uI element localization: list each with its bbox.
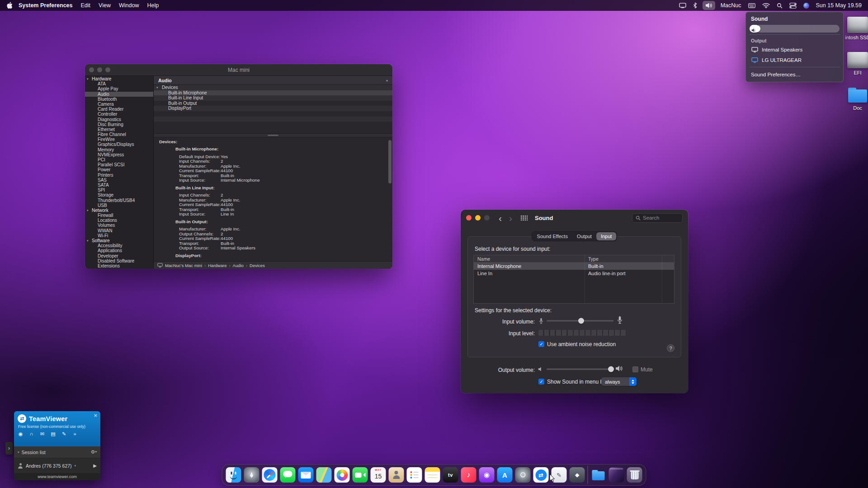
volume-icon[interactable]	[703, 1, 715, 10]
sidebar-item[interactable]: Parallel SCSI	[85, 162, 153, 167]
connect-arrow-icon[interactable]: ▶	[93, 463, 97, 468]
forward-button[interactable]: ›	[509, 213, 512, 223]
sidebar-item[interactable]: Apple Pay	[85, 86, 153, 91]
sidebar-item[interactable]: Volumes	[85, 223, 153, 228]
device-tree-row[interactable]: Devices	[154, 85, 392, 90]
show-all-grid-icon[interactable]	[520, 215, 528, 221]
sound-preferences-item[interactable]: Sound Preferences…	[748, 69, 841, 80]
window-titlebar[interactable]: ‹ › Sound Search	[461, 210, 688, 226]
sidebar-item[interactable]: Controller	[85, 112, 153, 117]
sidebar-item[interactable]: Firewall	[85, 213, 153, 218]
tab-sound-effects[interactable]: Sound Effects	[533, 232, 572, 240]
audio-section-header[interactable]: Audio ▴	[154, 76, 392, 85]
sidebar-item[interactable]: Accessibility	[85, 243, 153, 248]
sidebar-item[interactable]: PCI	[85, 157, 153, 162]
scrollbar-thumb[interactable]	[388, 140, 392, 183]
sidebar-item[interactable]: Storage	[85, 192, 153, 197]
sidebar-item[interactable]: Developer	[85, 253, 153, 258]
slider-thumb[interactable]	[578, 318, 584, 324]
menu-bar-clock[interactable]: Sun 15 May 19.59	[816, 2, 862, 9]
sidebar-item[interactable]: SPI	[85, 188, 153, 192]
sidebar-item[interactable]: Fibre Channel	[85, 132, 153, 137]
sidebar-item[interactable]: SAS	[85, 178, 153, 183]
teamviewer-icon[interactable]: ⇄	[533, 467, 549, 483]
output-internal-speakers[interactable]: Internal Speakers	[748, 44, 841, 55]
sidebar-item[interactable]: Network	[85, 208, 153, 213]
bluetooth-icon[interactable]	[693, 2, 697, 9]
close-button[interactable]	[466, 215, 472, 221]
output-lg-ultragear[interactable]: LG ULTRAGEAR	[748, 55, 841, 65]
sidebar-item[interactable]: Printers	[85, 173, 153, 178]
sidebar-item[interactable]: Extensions	[85, 263, 153, 268]
slider-thumb[interactable]	[608, 366, 614, 372]
help-button[interactable]: ?	[667, 344, 675, 352]
podcasts-icon[interactable]: ◉	[479, 467, 495, 483]
pane-splitter[interactable]	[154, 133, 392, 137]
output-volume-slider[interactable]	[547, 366, 613, 373]
tab-input[interactable]: Input	[596, 232, 616, 240]
collapse-chevron-icon[interactable]: ▴	[386, 78, 388, 82]
sidebar-item[interactable]: Locations	[85, 218, 153, 223]
messages-icon[interactable]	[280, 467, 296, 483]
screen-mirroring-icon[interactable]	[679, 3, 686, 8]
breadcrumb-item[interactable]: Devices	[244, 263, 265, 268]
wifi-icon[interactable]	[762, 3, 770, 8]
facetime-icon[interactable]	[353, 467, 368, 483]
sidebar-item[interactable]: Ethernet	[85, 127, 153, 132]
menu-system-preferences[interactable]: System Preferences	[14, 2, 77, 9]
zoom-button[interactable]	[484, 215, 490, 221]
device-tree-row[interactable]: Built-in Line Input	[154, 95, 392, 101]
sidebar-item[interactable]: Applications	[85, 248, 153, 253]
more-icon[interactable]: »	[72, 431, 78, 437]
menu-bar-frequency-dropdown[interactable]: always	[601, 377, 637, 386]
sidebar-item[interactable]: Disc Burning	[85, 122, 153, 127]
show-sound-menu-bar-checkbox[interactable]	[538, 379, 544, 385]
device-tree-row[interactable]: DisplayPort	[154, 106, 392, 111]
mail-icon[interactable]	[298, 467, 314, 483]
desktop-icon-macintosh-ssd[interactable]: intosh SSD	[840, 17, 868, 40]
siri-icon[interactable]	[803, 3, 809, 9]
device-tree-row[interactable]	[154, 117, 392, 122]
traffic-light-buttons[interactable]	[466, 215, 493, 221]
spotlight-icon[interactable]	[777, 3, 783, 9]
reminders-icon[interactable]	[407, 467, 422, 483]
app-icon[interactable]: ◆	[570, 467, 585, 483]
chat-icon[interactable]: ✉	[39, 431, 45, 437]
device-row-internal-microphone[interactable]: Internal MicrophoneBuilt-in	[474, 263, 674, 270]
menu-extra-macnuc[interactable]: MacNuc	[721, 2, 741, 9]
sidebar-item[interactable]: Camera	[85, 102, 153, 107]
teamviewer-website-link[interactable]: www.teamviewer.com	[14, 473, 100, 480]
menu-edit[interactable]: Edit	[77, 2, 95, 9]
safari-icon[interactable]	[262, 467, 278, 483]
contacts-icon[interactable]	[389, 467, 404, 483]
headset-icon[interactable]: ∩	[28, 431, 34, 437]
minimize-button[interactable]	[475, 215, 481, 221]
breadcrumb-item[interactable]: Audio	[226, 263, 243, 268]
menu-window[interactable]: Window	[115, 2, 143, 9]
video-call-icon[interactable]: ◉	[18, 431, 24, 437]
minimized-window-thumbnail[interactable]	[609, 467, 624, 483]
whiteboard-icon[interactable]: ✎	[61, 431, 67, 437]
control-center-icon[interactable]	[789, 3, 797, 9]
input-volume-slider[interactable]	[547, 317, 613, 324]
sidebar-item[interactable]: Disabled Software	[85, 258, 153, 263]
sidebar-item[interactable]: WWAN	[85, 228, 153, 233]
teamviewer-collapse-tab[interactable]: ›	[5, 442, 13, 455]
window-titlebar[interactable]: Mac mini	[85, 64, 392, 76]
volume-slider[interactable]	[750, 25, 840, 33]
trash-icon[interactable]	[627, 467, 642, 483]
sidebar-item[interactable]: FireWire	[85, 137, 153, 142]
session-list-header[interactable]: ▾ Session list ⚙▾	[14, 446, 100, 458]
finder-icon[interactable]	[226, 467, 241, 483]
menu-help[interactable]: Help	[143, 2, 163, 9]
sidebar-item[interactable]: Memory	[85, 147, 153, 152]
session-user-row[interactable]: Andres (776 375 627) ▾ ▶	[14, 458, 100, 473]
apple-menu-icon[interactable]	[6, 2, 13, 9]
file-transfer-icon[interactable]: ▤	[50, 431, 56, 437]
back-button[interactable]: ‹	[499, 213, 502, 223]
desktop-icon-efi[interactable]: EFI	[840, 52, 868, 75]
notes-icon[interactable]	[425, 467, 440, 483]
keyboard-icon[interactable]	[748, 3, 755, 8]
settings-gear-icon[interactable]: ⚙▾	[91, 449, 97, 455]
sidebar-item[interactable]: Hardware	[85, 76, 153, 81]
